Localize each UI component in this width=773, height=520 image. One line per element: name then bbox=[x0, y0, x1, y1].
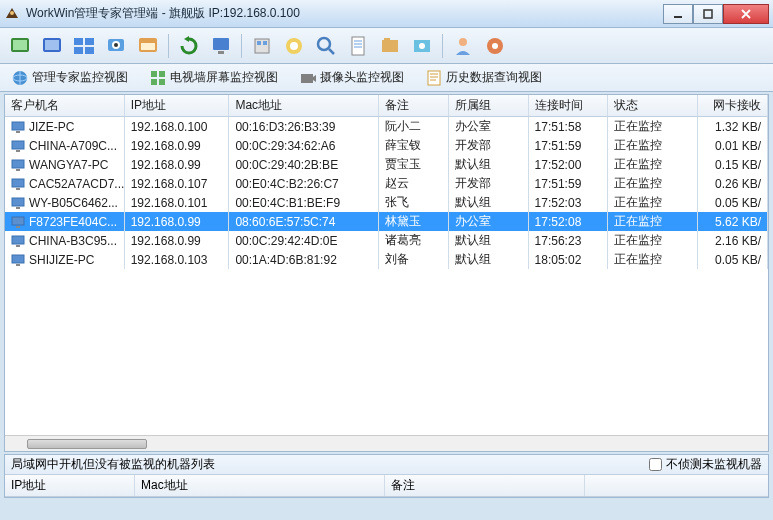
unmonitored-header: 局域网中开机但没有被监视的机器列表 不侦测未监视机器 bbox=[5, 455, 768, 475]
tab-expert-monitor[interactable]: 管理专家监控视图 bbox=[6, 67, 134, 88]
minimize-button[interactable] bbox=[663, 4, 693, 24]
window-controls bbox=[663, 4, 769, 24]
camera-icon bbox=[300, 70, 316, 86]
bottom-col-ip[interactable]: IP地址 bbox=[5, 475, 135, 496]
col-header-bandwidth[interactable]: 网卡接收 bbox=[698, 95, 768, 116]
toolbar-icon-1[interactable] bbox=[8, 34, 32, 58]
svg-rect-49 bbox=[16, 207, 20, 209]
cell-bandwidth: 5.62 KB/ bbox=[698, 212, 768, 231]
cell-status: 正在监控 bbox=[608, 136, 698, 155]
cell-note: 张飞 bbox=[379, 193, 449, 212]
col-header-note[interactable]: 备注 bbox=[379, 95, 449, 116]
close-button[interactable] bbox=[723, 4, 769, 24]
col-header-mac[interactable]: Mac地址 bbox=[229, 95, 379, 116]
cell-name: WY-B05C6462... bbox=[29, 196, 118, 210]
user-icon[interactable] bbox=[451, 34, 475, 58]
svg-rect-34 bbox=[151, 71, 157, 77]
table-row[interactable]: CHINA-B3C95...192.168.0.9900:0C:29:42:4D… bbox=[5, 231, 768, 250]
cell-note: 林黛玉 bbox=[379, 212, 449, 231]
tab-tv-wall[interactable]: 电视墙屏幕监控视图 bbox=[144, 67, 284, 88]
svg-rect-52 bbox=[12, 236, 24, 244]
refresh-icon[interactable] bbox=[177, 34, 201, 58]
cell-ip: 192.168.0.99 bbox=[125, 136, 230, 155]
cell-bandwidth: 0.05 KB/ bbox=[698, 250, 768, 269]
col-header-status[interactable]: 状态 bbox=[608, 95, 698, 116]
col-header-group[interactable]: 所属组 bbox=[449, 95, 529, 116]
table-row[interactable]: F8723FE404C...192.168.0.9908:60:6E:57:5C… bbox=[5, 212, 768, 231]
svg-rect-7 bbox=[74, 38, 83, 45]
cell-ip: 192.168.0.99 bbox=[125, 212, 230, 231]
svg-rect-48 bbox=[12, 198, 24, 206]
cell-status: 正在监控 bbox=[608, 212, 698, 231]
svg-rect-44 bbox=[12, 160, 24, 168]
table-row[interactable]: JIZE-PC192.168.0.10000:16:D3:26:B3:39阮小二… bbox=[5, 117, 768, 136]
col-header-time[interactable]: 连接时间 bbox=[529, 95, 609, 116]
maximize-button[interactable] bbox=[693, 4, 723, 24]
grid-body[interactable]: JIZE-PC192.168.0.10000:16:D3:26:B3:39阮小二… bbox=[5, 117, 768, 435]
toolbar-icon-3[interactable] bbox=[72, 34, 96, 58]
svg-rect-15 bbox=[141, 43, 155, 50]
svg-point-28 bbox=[419, 43, 425, 49]
cell-status: 正在监控 bbox=[608, 250, 698, 269]
toolbar-icon-8[interactable] bbox=[378, 34, 402, 58]
horizontal-scrollbar[interactable] bbox=[5, 435, 768, 451]
view-tabs: 管理专家监控视图 电视墙屏幕监控视图 摄像头监控视图 历史数据查询视图 bbox=[0, 64, 773, 92]
svg-rect-26 bbox=[384, 38, 390, 42]
client-grid: 客户机名 IP地址 Mac地址 备注 所属组 连接时间 状态 网卡接收 JIZE… bbox=[4, 94, 769, 452]
toolbar-icon-9[interactable] bbox=[410, 34, 434, 58]
svg-rect-50 bbox=[12, 217, 24, 225]
search-icon[interactable] bbox=[314, 34, 338, 58]
cell-name: CAC52A7ACD7... bbox=[29, 177, 124, 191]
table-row[interactable]: SHIJIZE-PC192.168.0.10300:1A:4D:6B:81:92… bbox=[5, 250, 768, 269]
cell-bandwidth: 1.32 KB/ bbox=[698, 117, 768, 136]
toolbar-icon-5[interactable] bbox=[136, 34, 160, 58]
monitor-icon[interactable] bbox=[209, 34, 233, 58]
tab-camera[interactable]: 摄像头监控视图 bbox=[294, 67, 410, 88]
svg-rect-1 bbox=[674, 16, 682, 18]
main-toolbar bbox=[0, 28, 773, 64]
svg-rect-16 bbox=[213, 38, 229, 50]
tab-label: 历史数据查询视图 bbox=[446, 69, 542, 86]
svg-rect-36 bbox=[151, 79, 157, 85]
toolbar-icon-2[interactable] bbox=[40, 34, 64, 58]
svg-rect-24 bbox=[352, 37, 364, 55]
history-icon bbox=[426, 70, 442, 86]
cell-ip: 192.168.0.103 bbox=[125, 250, 230, 269]
settings-icon[interactable] bbox=[483, 34, 507, 58]
cell-mac: 00:1A:4D:6B:81:92 bbox=[229, 250, 379, 269]
cell-time: 17:56:23 bbox=[529, 231, 609, 250]
scrollbar-thumb[interactable] bbox=[27, 439, 147, 449]
window-title: WorkWin管理专家管理端 - 旗舰版 IP:192.168.0.100 bbox=[26, 5, 663, 22]
no-detect-checkbox[interactable]: 不侦测未监视机器 bbox=[649, 456, 762, 473]
table-row[interactable]: WY-B05C6462...192.168.0.10100:E0:4C:B1:B… bbox=[5, 193, 768, 212]
cell-status: 正在监控 bbox=[608, 174, 698, 193]
cell-mac: 00:0C:29:40:2B:BE bbox=[229, 155, 379, 174]
cell-name: WANGYA7-PC bbox=[29, 158, 108, 172]
no-detect-checkbox-input[interactable] bbox=[649, 458, 662, 471]
unmonitored-columns: IP地址 Mac地址 备注 bbox=[5, 475, 768, 497]
cell-note: 刘备 bbox=[379, 250, 449, 269]
toolbar-icon-4[interactable] bbox=[104, 34, 128, 58]
svg-rect-6 bbox=[45, 40, 59, 50]
table-row[interactable]: CAC52A7ACD7...192.168.0.10700:E0:4C:B2:2… bbox=[5, 174, 768, 193]
cell-mac: 00:16:D3:26:B3:39 bbox=[229, 117, 379, 136]
document-icon[interactable] bbox=[346, 34, 370, 58]
cell-note: 贾宝玉 bbox=[379, 155, 449, 174]
globe-icon bbox=[12, 70, 28, 86]
table-row[interactable]: CHINA-A709C...192.168.0.9900:0C:29:34:62… bbox=[5, 136, 768, 155]
cell-time: 17:51:58 bbox=[529, 117, 609, 136]
col-header-name[interactable]: 客户机名 bbox=[5, 95, 125, 116]
toolbar-icon-6[interactable] bbox=[250, 34, 274, 58]
cell-mac: 00:E0:4C:B1:BE:F9 bbox=[229, 193, 379, 212]
bottom-col-mac[interactable]: Mac地址 bbox=[135, 475, 385, 496]
title-bar: WorkWin管理专家管理端 - 旗舰版 IP:192.168.0.100 bbox=[0, 0, 773, 28]
table-row[interactable]: WANGYA7-PC192.168.0.9900:0C:29:40:2B:BE贾… bbox=[5, 155, 768, 174]
cell-name: F8723FE404C... bbox=[29, 215, 117, 229]
col-header-ip[interactable]: IP地址 bbox=[125, 95, 230, 116]
svg-rect-19 bbox=[257, 41, 261, 45]
bottom-col-note[interactable]: 备注 bbox=[385, 475, 585, 496]
tab-history[interactable]: 历史数据查询视图 bbox=[420, 67, 548, 88]
cell-name: CHINA-A709C... bbox=[29, 139, 117, 153]
toolbar-icon-7[interactable] bbox=[282, 34, 306, 58]
svg-rect-45 bbox=[16, 169, 20, 171]
